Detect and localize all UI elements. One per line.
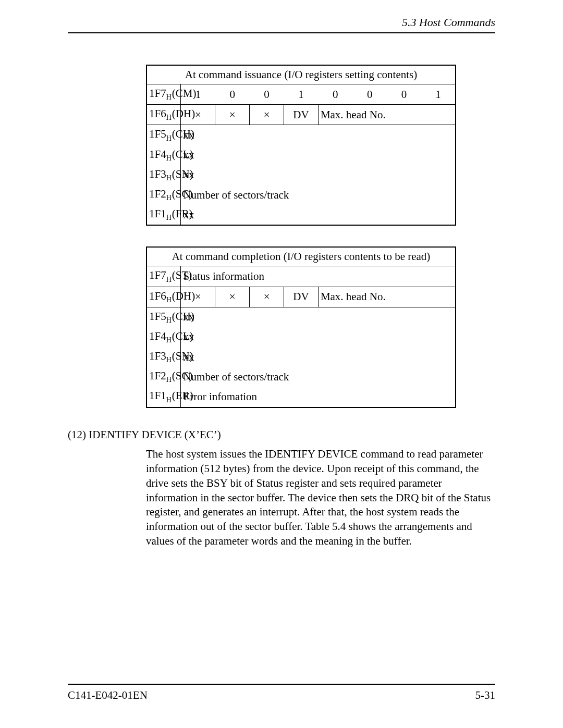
table1-row-dh: 1F6H(DH) × × × DV Max. head No. bbox=[146, 105, 456, 125]
footer-page-number: 5-31 bbox=[475, 689, 496, 702]
header-rule bbox=[68, 32, 495, 33]
table2-row-st: 1F7H(ST) Status information bbox=[146, 266, 456, 287]
table1-row-fr: 1F1H(FR) xx bbox=[146, 205, 456, 225]
section-identify-device: (12) IDENTIFY DEVICE (X’EC’) The host sy… bbox=[68, 428, 495, 549]
section-body: The host system issues the IDENTIFY DEVI… bbox=[146, 447, 495, 548]
issuance-table: At command issuance (I/O registers setti… bbox=[146, 65, 456, 226]
footer-rule bbox=[68, 684, 495, 685]
table2-row-sn: 1F3H(SN) xx bbox=[146, 347, 456, 367]
page-header: 5.3 Host Commands bbox=[68, 16, 495, 29]
section-heading: (12) IDENTIFY DEVICE (X’EC’) bbox=[68, 428, 495, 442]
footer-doc-id: C141-E042-01EN bbox=[68, 689, 148, 702]
completion-table: At command completion (I/O registers con… bbox=[146, 246, 456, 408]
table1-row-sc: 1F2H(SC) Number of sectors/track bbox=[146, 185, 456, 205]
table1-row-cm: 1F7H(CM) 1 0 0 1 0 0 0 1 bbox=[146, 84, 456, 105]
page-footer: C141-E042-01EN 5-31 bbox=[68, 689, 495, 702]
table2-row-er: 1F1H(ER) Error infomation bbox=[146, 387, 456, 407]
table1-title: At command issuance (I/O registers setti… bbox=[146, 65, 456, 84]
table1-row-cl: 1F4H(CL) xx bbox=[146, 145, 456, 165]
reg-label: 1F6H(DH) bbox=[149, 107, 195, 120]
page: 5.3 Host Commands At command issuance (I… bbox=[0, 0, 563, 728]
table1-row-ch: 1F5H(CH) xx bbox=[146, 125, 456, 145]
reg-label: 1F7H(CM) bbox=[149, 87, 196, 100]
table1-row-sn: 1F3H(SN) xx bbox=[146, 165, 456, 185]
table2-row-sc: 1F2H(SC) Number of sectors/track bbox=[146, 367, 456, 387]
header-section: 5.3 Host Commands bbox=[402, 16, 495, 29]
table2-row-cl: 1F4H(CL) xx bbox=[146, 327, 456, 347]
table2-title: At command completion (I/O registers con… bbox=[146, 247, 456, 266]
table2-row-ch: 1F5H(CH) xx bbox=[146, 307, 456, 327]
table2-row-dh: 1F6H(DH) × × × DV Max. head No. bbox=[146, 287, 456, 307]
